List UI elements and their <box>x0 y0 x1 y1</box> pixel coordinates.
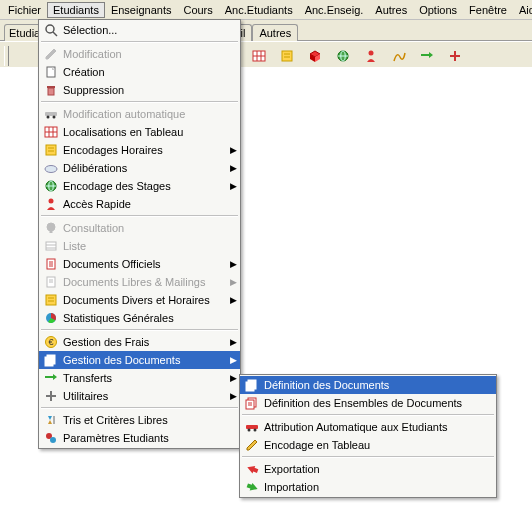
menu-item-tris-et-crit-res-libres[interactable]: Tris et Critères Libres <box>39 411 240 429</box>
svg-point-41 <box>47 223 55 231</box>
menu-item-label: Gestion des Frais <box>61 336 228 348</box>
submenu-item-d-finition-des-documents[interactable]: Définition des Documents <box>240 376 496 394</box>
menubar-item-ancetudiants[interactable]: Anc.Etudiants <box>219 2 299 18</box>
menu-item-statistiques-g-n-rales[interactable]: Statistiques Générales <box>39 309 240 327</box>
menu-item-d-lib-rations[interactable]: Délibérations▶ <box>39 159 240 177</box>
svg-point-16 <box>369 51 374 56</box>
docs-stack-icon <box>242 377 262 393</box>
submenu-arrow-icon: ▶ <box>228 181 238 191</box>
person-red-toolbar-button[interactable] <box>360 45 382 67</box>
swap-toolbar-button[interactable] <box>416 45 438 67</box>
menubar-item-fentre[interactable]: Fenêtre <box>463 2 513 18</box>
menu-item-label: Accès Rapide <box>61 198 228 210</box>
menubar-item-autres[interactable]: Autres <box>369 2 413 18</box>
submenu-arrow-icon: ▶ <box>228 277 238 287</box>
menu-item-param-tres-etudiants[interactable]: Paramètres Etudiants <box>39 429 240 447</box>
menu-item-gestion-des-documents[interactable]: Gestion des Documents▶ <box>39 351 240 369</box>
svg-rect-42 <box>50 230 53 233</box>
menu-item-consultation: Consultation <box>39 219 240 237</box>
menu-item-transferts[interactable]: Transferts▶ <box>39 369 240 387</box>
globe-toolbar-button[interactable] <box>332 45 354 67</box>
menu-item-documents-officiels[interactable]: Documents Officiels▶ <box>39 255 240 273</box>
pencil-icon <box>41 46 61 62</box>
menu-item-label: Sélection... <box>61 24 228 36</box>
pie-icon <box>41 310 61 326</box>
person-red-icon <box>41 196 61 212</box>
submenu-item-importation[interactable]: Importation <box>240 478 496 496</box>
tools-icon <box>41 388 61 404</box>
menu-item-label: Statistiques Générales <box>61 312 228 324</box>
arrow-red-icon <box>242 461 262 477</box>
bulb-icon <box>41 220 61 236</box>
menu-separator <box>242 456 494 458</box>
menubar-item-cours[interactable]: Cours <box>177 2 218 18</box>
submenu-arrow-icon: ▶ <box>228 373 238 383</box>
menu-item-suppression[interactable]: Suppression <box>39 81 240 99</box>
svg-rect-24 <box>48 88 54 95</box>
sheet-yellow-toolbar-button[interactable] <box>276 45 298 67</box>
svg-rect-25 <box>47 86 55 88</box>
svg-marker-21 <box>46 49 56 59</box>
svg-rect-64 <box>50 391 52 401</box>
menu-item-label: Localisations en Tableau <box>61 126 228 138</box>
menubar-item-aide[interactable]: Aide <box>513 2 532 18</box>
submenu-arrow-icon: ▶ <box>228 295 238 305</box>
submenu-arrow-icon: ▶ <box>228 391 238 401</box>
menubar-item-etudiants[interactable]: Etudiants <box>47 2 105 18</box>
menu-item-liste: Liste <box>39 237 240 255</box>
svg-point-79 <box>248 429 251 432</box>
svg-marker-81 <box>247 440 257 450</box>
submenu-arrow-icon: ▶ <box>228 145 238 155</box>
submenu-arrow-icon: ▶ <box>228 355 238 365</box>
docs-stack-icon <box>242 395 262 411</box>
menu-separator <box>41 101 238 103</box>
curve-toolbar-button[interactable] <box>388 45 410 67</box>
svg-marker-66 <box>48 420 52 424</box>
swap-icon <box>41 370 61 386</box>
etudiants-menu: Sélection...ModificationCréationSuppress… <box>38 19 241 449</box>
menu-item-s-lection[interactable]: Sélection... <box>39 21 240 39</box>
submenu-arrow-icon: ▶ <box>228 163 238 173</box>
submenu-item-encodage-en-tableau[interactable]: Encodage en Tableau <box>240 436 496 454</box>
svg-rect-53 <box>46 295 56 305</box>
menu-item-label: Modification <box>61 48 228 60</box>
menu-item-localisations-en-tableau[interactable]: Localisations en Tableau <box>39 123 240 141</box>
menu-item-documents-divers-et-horaires[interactable]: Documents Divers et Horaires▶ <box>39 291 240 309</box>
menu-item-cr-ation[interactable]: Création <box>39 63 240 81</box>
menu-item-label: Tris et Critères Libres <box>61 414 228 426</box>
svg-marker-65 <box>48 416 52 420</box>
menu-item-modification: Modification <box>39 45 240 63</box>
menubar-item-ancenseig[interactable]: Anc.Enseig. <box>299 2 370 18</box>
submenu-item-label: Exportation <box>262 463 494 475</box>
submenu-item-exportation[interactable]: Exportation <box>240 460 496 478</box>
menu-item-label: Gestion des Documents <box>61 354 228 366</box>
menubar-item-enseignants[interactable]: Enseignants <box>105 2 178 18</box>
menu-separator <box>41 41 238 43</box>
svg-rect-33 <box>46 145 56 155</box>
trash-icon <box>41 82 61 98</box>
menu-item-label: Délibérations <box>61 162 228 174</box>
submenu-item-label: Attribution Automatique aux Etudiants <box>262 421 494 433</box>
menu-separator <box>41 215 238 217</box>
toolbar-grip <box>4 46 9 66</box>
menu-item-encodage-des-stages[interactable]: Encodage des Stages▶ <box>39 177 240 195</box>
menu-item-acc-s-rapide[interactable]: Accès Rapide <box>39 195 240 213</box>
submenu-item-label: Encodage en Tableau <box>262 439 494 451</box>
svg-rect-26 <box>45 112 57 116</box>
doc-red-icon <box>41 256 61 272</box>
grid-red-toolbar-button[interactable] <box>248 45 270 67</box>
menu-item-gestion-des-frais[interactable]: €Gestion des Frais▶ <box>39 333 240 351</box>
menubar-item-fichier[interactable]: Fichier <box>2 2 47 18</box>
cube-toolbar-button[interactable] <box>304 45 326 67</box>
submenu-item-attribution-automatique-aux-etudiants[interactable]: Attribution Automatique aux Etudiants <box>240 418 496 436</box>
menu-item-utilitaires[interactable]: Utilitaires▶ <box>39 387 240 405</box>
submenu-item-label: Importation <box>262 481 494 493</box>
menu-item-label: Paramètres Etudiants <box>61 432 228 444</box>
menu-item-modification-automatique: Modification automatique <box>39 105 240 123</box>
svg-line-20 <box>53 32 57 36</box>
menubar-item-options[interactable]: Options <box>413 2 463 18</box>
menu-item-encodages-horaires[interactable]: Encodages Horaires▶ <box>39 141 240 159</box>
submenu-item-d-finition-des-ensembles-de-documents[interactable]: Définition des Ensembles de Documents <box>240 394 496 412</box>
tool-red-toolbar-button[interactable] <box>444 45 466 67</box>
tab-autres[interactable]: Autres <box>252 24 298 41</box>
